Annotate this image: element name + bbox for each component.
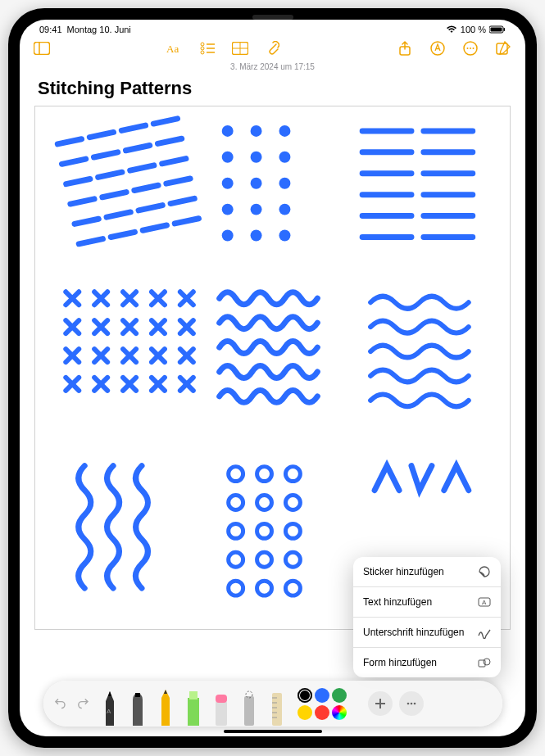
svg-rect-135: [189, 691, 198, 699]
svg-line-44: [143, 225, 166, 230]
popup-add-sticker[interactable]: Sticker hinzufügen: [353, 557, 501, 587]
svg-line-29: [157, 138, 181, 143]
svg-rect-1: [491, 28, 502, 32]
svg-point-115: [285, 467, 300, 482]
share-button[interactable]: [396, 39, 414, 57]
status-battery-text: 100 %: [461, 25, 486, 34]
svg-line-23: [89, 132, 113, 137]
popup-label: Unterschrift hinzufügen: [363, 627, 464, 638]
home-indicator[interactable]: [224, 730, 322, 733]
svg-point-52: [222, 178, 234, 189]
lasso-tool[interactable]: [237, 681, 261, 726]
svg-line-40: [139, 206, 162, 211]
drawing-content: [35, 106, 510, 629]
table-button[interactable]: [231, 39, 249, 57]
svg-point-123: [257, 552, 272, 567]
svg-line-26: [61, 159, 85, 164]
svg-rect-138: [244, 696, 254, 726]
svg-line-24: [121, 125, 145, 130]
svg-point-46: [222, 125, 234, 137]
pen-tool[interactable]: A: [98, 681, 122, 726]
popup-label: Sticker hinzufügen: [363, 566, 444, 577]
note-title[interactable]: Stitching Patterns: [38, 78, 507, 99]
undo-button[interactable]: [52, 694, 71, 713]
svg-point-58: [222, 230, 234, 242]
svg-point-131: [484, 659, 490, 665]
svg-point-47: [251, 125, 262, 137]
svg-point-54: [279, 178, 290, 189]
highlighter-tool[interactable]: [181, 681, 206, 726]
svg-point-149: [410, 703, 412, 705]
color-picker-button[interactable]: [332, 705, 347, 720]
svg-text:A: A: [107, 708, 111, 715]
svg-point-118: [285, 496, 300, 510]
svg-point-127: [285, 581, 300, 595]
color-swatch-blue[interactable]: [315, 688, 329, 703]
checklist-button[interactable]: [198, 39, 216, 57]
svg-point-116: [229, 496, 243, 510]
svg-point-122: [229, 552, 243, 567]
svg-rect-2: [504, 28, 506, 31]
drawing-canvas[interactable]: [34, 106, 511, 630]
svg-line-43: [111, 232, 134, 237]
svg-point-124: [285, 552, 300, 567]
svg-line-31: [98, 172, 122, 177]
svg-text:A: A: [482, 599, 487, 606]
svg-rect-133: [135, 693, 140, 697]
svg-line-35: [102, 192, 126, 197]
svg-point-114: [257, 467, 272, 482]
color-swatch-black[interactable]: [297, 688, 312, 703]
svg-point-119: [229, 523, 243, 538]
svg-line-25: [153, 119, 177, 124]
svg-rect-137: [216, 695, 227, 703]
add-button[interactable]: [368, 691, 393, 716]
markup-button[interactable]: [429, 39, 447, 57]
popup-add-signature[interactable]: Unterschrift hinzufügen: [353, 618, 501, 648]
attachment-button[interactable]: [264, 39, 282, 57]
svg-text:Aa: Aa: [166, 43, 179, 55]
eraser-tool[interactable]: [209, 681, 234, 726]
svg-point-49: [222, 152, 234, 163]
more-button[interactable]: [461, 39, 479, 57]
color-swatch-yellow[interactable]: [297, 705, 312, 720]
marker-tool[interactable]: [125, 681, 150, 726]
svg-point-148: [406, 703, 409, 705]
color-palette: [297, 688, 361, 720]
sidebar-toggle-button[interactable]: [33, 39, 51, 57]
svg-line-38: [75, 219, 98, 224]
dock-more-button[interactable]: [399, 691, 424, 716]
color-swatch-red[interactable]: [315, 705, 329, 720]
svg-point-6: [201, 43, 204, 46]
svg-point-113: [229, 467, 243, 482]
pencil-tool[interactable]: [153, 681, 178, 726]
svg-point-121: [285, 523, 300, 538]
svg-point-57: [279, 204, 290, 215]
svg-point-125: [229, 581, 243, 595]
popup-add-text[interactable]: Text hinzufügen A: [353, 587, 501, 618]
color-swatch-green[interactable]: [332, 688, 347, 703]
svg-line-36: [134, 185, 158, 190]
wifi-icon: [446, 25, 457, 34]
markup-tool-dock: A: [43, 681, 502, 727]
battery-icon: [489, 25, 506, 34]
svg-line-37: [166, 179, 190, 183]
text-box-icon: A: [478, 595, 491, 609]
svg-point-18: [467, 48, 469, 49]
svg-point-10: [201, 51, 204, 54]
svg-rect-3: [34, 43, 50, 55]
svg-point-50: [251, 152, 262, 163]
svg-point-120: [257, 523, 272, 538]
svg-line-28: [125, 146, 149, 151]
ruler-tool[interactable]: [265, 681, 289, 726]
format-text-button[interactable]: Aa: [166, 39, 184, 57]
svg-point-48: [279, 125, 290, 137]
svg-point-51: [279, 152, 290, 163]
status-date: Montag 10. Juni: [67, 25, 131, 34]
svg-line-39: [107, 212, 130, 217]
compose-button[interactable]: [494, 39, 512, 57]
popup-add-shape[interactable]: Form hinzufügen: [353, 648, 501, 677]
svg-point-8: [201, 47, 204, 50]
svg-line-32: [130, 165, 154, 170]
redo-button[interactable]: [75, 694, 94, 713]
svg-point-59: [251, 230, 262, 242]
